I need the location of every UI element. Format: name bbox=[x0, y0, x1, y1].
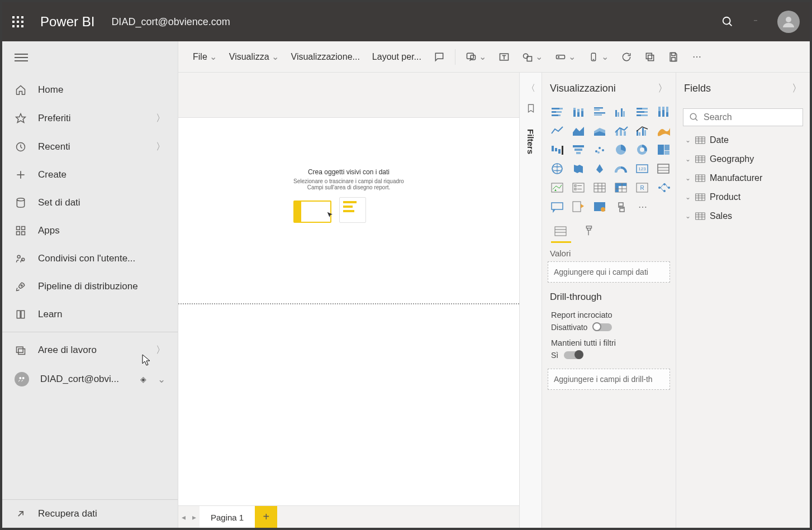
nav-home[interactable]: Home bbox=[2, 76, 178, 104]
tb-duplicate-icon[interactable] bbox=[640, 48, 660, 66]
viz-map[interactable] bbox=[549, 161, 567, 176]
field-table-manufacturer[interactable]: ⌄Manufacturer bbox=[676, 169, 810, 188]
field-table-geography[interactable]: ⌄Geography bbox=[676, 150, 810, 169]
expand-filters-icon[interactable]: 〈 bbox=[526, 83, 535, 94]
collapse-viz-icon[interactable]: 〉 bbox=[658, 82, 668, 95]
report-canvas[interactable]: Crea oggetti visivi con i dati Seleziona… bbox=[178, 117, 519, 505]
collapse-fields-icon[interactable]: 〉 bbox=[792, 82, 802, 95]
viz-table[interactable] bbox=[591, 180, 609, 195]
viz-kpi[interactable]: ▲ bbox=[549, 180, 567, 195]
viz-line-stacked-column[interactable] bbox=[612, 123, 630, 139]
field-table-sales[interactable]: ⌄Sales bbox=[676, 207, 810, 226]
fields-tab-icon[interactable] bbox=[552, 225, 569, 238]
viz-gauge[interactable] bbox=[612, 161, 630, 176]
viz-scatter[interactable] bbox=[591, 142, 609, 157]
nav-recent[interactable]: Recenti 〉 bbox=[2, 132, 178, 161]
viz-donut[interactable] bbox=[634, 142, 652, 157]
menu-view[interactable]: Visualizza⌄ bbox=[225, 48, 283, 65]
viz-get-more[interactable]: ⋯ bbox=[634, 199, 652, 214]
nav-create[interactable]: Create bbox=[2, 161, 178, 189]
tb-refresh-icon[interactable] bbox=[616, 48, 637, 66]
menu-file[interactable]: File⌄ bbox=[188, 48, 221, 65]
svg-rect-62 bbox=[658, 111, 661, 117]
nav-shared[interactable]: Condivisi con l'utente... bbox=[2, 245, 178, 273]
viz-100-bar[interactable] bbox=[634, 104, 652, 120]
viz-ribbon[interactable] bbox=[655, 123, 673, 139]
external-icon bbox=[15, 508, 27, 520]
format-tab-icon[interactable] bbox=[580, 225, 597, 238]
viz-qa[interactable] bbox=[549, 199, 567, 214]
svg-point-120 bbox=[658, 187, 661, 189]
avatar[interactable] bbox=[777, 11, 800, 33]
nav-get-data[interactable]: Recupera dati bbox=[2, 499, 178, 528]
viz-stacked-bar[interactable] bbox=[549, 104, 567, 120]
viz-funnel[interactable] bbox=[570, 142, 588, 157]
header-breadcrumb[interactable]: DIAD_cort@obvience.com bbox=[111, 16, 230, 28]
values-drop-zone[interactable]: Aggiungere qui i campi dati bbox=[548, 261, 670, 283]
tb-buttons-dropdown[interactable]: ⌄ bbox=[550, 48, 580, 66]
viz-clustered-column[interactable] bbox=[612, 104, 630, 120]
field-table-product[interactable]: ⌄Product bbox=[676, 188, 810, 207]
viz-treemap[interactable] bbox=[655, 142, 673, 157]
viz-line[interactable] bbox=[549, 123, 567, 139]
tb-chat-dropdown[interactable]: ⌄ bbox=[461, 48, 491, 66]
page-tab-1[interactable]: Pagina 1 bbox=[200, 506, 255, 528]
cross-report-toggle[interactable] bbox=[593, 323, 612, 331]
viz-area[interactable] bbox=[570, 123, 588, 139]
viz-multi-card[interactable] bbox=[655, 161, 673, 176]
filters-label[interactable]: Filters bbox=[526, 129, 535, 154]
viz-stacked-column[interactable] bbox=[570, 104, 588, 120]
menu-visualization[interactable]: Visualizzazione... bbox=[287, 49, 364, 65]
viz-slicer[interactable] bbox=[570, 180, 588, 195]
fields-search-input[interactable] bbox=[704, 112, 810, 122]
menu-layout[interactable]: Layout per... bbox=[368, 49, 426, 65]
drill-drop-zone[interactable]: Aggiungere i campi di drill-th bbox=[548, 369, 670, 390]
nav-datasets[interactable]: Set di dati bbox=[2, 189, 178, 217]
page-add-button[interactable]: + bbox=[255, 506, 277, 528]
page-prev[interactable]: ◂ bbox=[178, 513, 189, 522]
tb-textbox-icon[interactable] bbox=[494, 48, 514, 66]
svg-rect-11 bbox=[17, 227, 20, 230]
more-icon[interactable] bbox=[749, 16, 762, 28]
nav-apps[interactable]: Apps bbox=[2, 217, 178, 245]
nav-pipelines[interactable]: Pipeline di distribuzione bbox=[2, 273, 178, 300]
tb-comment-icon[interactable] bbox=[429, 48, 449, 66]
nav-favorites[interactable]: Preferiti 〉 bbox=[2, 104, 178, 132]
viz-smart-narrative[interactable] bbox=[591, 199, 609, 214]
viz-100-column[interactable] bbox=[655, 104, 673, 120]
viz-r[interactable]: R bbox=[634, 180, 652, 195]
fields-search[interactable] bbox=[683, 108, 803, 126]
viz-key-influencers[interactable] bbox=[570, 199, 588, 214]
viz-clustered-bar[interactable] bbox=[591, 104, 609, 120]
table-icon bbox=[695, 155, 705, 163]
field-table-date[interactable]: ⌄Date bbox=[676, 131, 810, 150]
search-icon[interactable] bbox=[721, 16, 734, 28]
nav-workspaces[interactable]: Aree di lavoro 〉 bbox=[2, 336, 178, 364]
tb-save-icon[interactable] bbox=[663, 48, 683, 66]
viz-card[interactable]: 123 bbox=[634, 161, 652, 176]
bookmark-icon[interactable] bbox=[526, 103, 536, 116]
viz-decomposition[interactable] bbox=[655, 180, 673, 195]
viz-stacked-area[interactable] bbox=[591, 123, 609, 139]
viz-matrix[interactable] bbox=[612, 180, 630, 195]
page-next[interactable]: ▸ bbox=[189, 513, 200, 522]
keep-filters-toggle[interactable] bbox=[564, 351, 583, 359]
tb-more-icon[interactable]: ⋯ bbox=[687, 48, 707, 66]
app-launcher-icon[interactable] bbox=[12, 16, 23, 27]
nav-current-workspace[interactable]: DIAD_cort@obvi... ◈ ⌄ bbox=[2, 364, 178, 394]
viz-azure-map[interactable] bbox=[591, 161, 609, 176]
hamburger-icon[interactable] bbox=[2, 41, 178, 74]
viz-filled-map[interactable] bbox=[570, 161, 588, 176]
svg-rect-46 bbox=[581, 108, 583, 111]
tb-mobile-dropdown[interactable]: ⌄ bbox=[583, 48, 613, 66]
brand-title: Power BI bbox=[40, 14, 94, 30]
svg-point-4 bbox=[757, 20, 757, 21]
viz-pie[interactable] bbox=[612, 142, 630, 157]
viz-line-clustered-column[interactable] bbox=[634, 123, 652, 139]
viz-waterfall[interactable] bbox=[549, 142, 567, 157]
page-break-line bbox=[178, 303, 519, 304]
tb-shapes-dropdown[interactable]: ⌄ bbox=[517, 48, 547, 66]
nav-learn[interactable]: Learn bbox=[2, 300, 178, 328]
svg-rect-91 bbox=[658, 145, 664, 155]
viz-python[interactable] bbox=[612, 199, 630, 214]
